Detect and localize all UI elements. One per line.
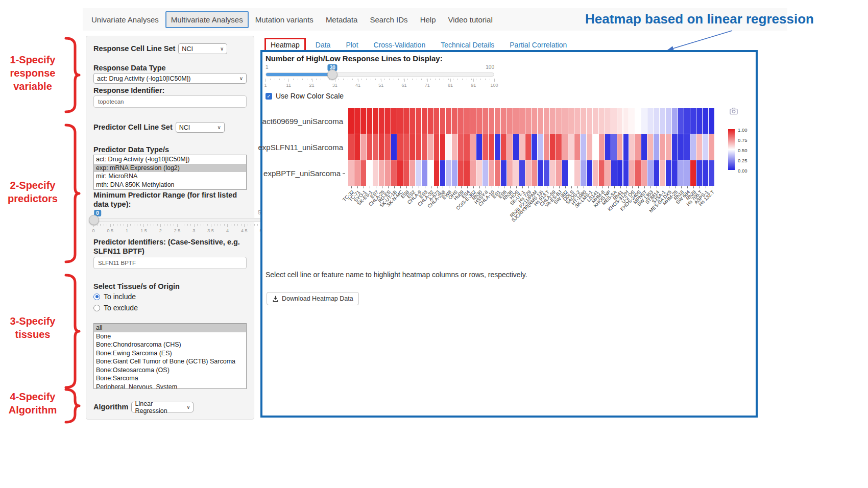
tab-plot[interactable]: Plot: [340, 39, 364, 51]
heatmap-cell: [385, 108, 391, 134]
tissue-origin-label: Select Tissue/s of Origin: [93, 282, 247, 290]
checkbox-checked-icon[interactable]: ✓: [266, 93, 272, 100]
download-button-label: Download Heatmap Data: [282, 295, 353, 302]
row-color-scale-checkbox[interactable]: ✓ Use Row Color Scale: [266, 92, 344, 100]
heatmap-cell: [647, 108, 653, 134]
algorithm-select[interactable]: Linear Regression∨: [131, 402, 194, 412]
heatmap-cell: [532, 160, 537, 186]
radio-selected-icon[interactable]: [93, 294, 100, 300]
tab-cross-validation[interactable]: Cross-Validation: [368, 39, 431, 51]
heatmap-x-tick: [400, 186, 401, 188]
slider-track[interactable]: [93, 218, 261, 222]
lines-slider[interactable]: 1 100 30 1112131415161718191100: [266, 64, 494, 91]
slider-major-tick: [110, 224, 111, 227]
response-cell-line-set-select[interactable]: NCI∨: [178, 43, 227, 54]
slider-minor-tick: [467, 79, 467, 80]
tissue-exclude-radio[interactable]: To exclude: [93, 304, 247, 312]
heatmap-x-tick: [376, 186, 376, 188]
tab-partial-correlation[interactable]: Partial Correlation: [504, 39, 572, 51]
slider-minor-tick: [476, 79, 476, 80]
heatmap-row-label-expbptf-unisarcoma[interactable]: expBPTF_uniSarcoma: [263, 160, 345, 186]
heatmap-cell: [544, 134, 549, 160]
heatmap-cell: [452, 108, 457, 134]
heatmap-cell: [360, 134, 366, 160]
slider-minor-tick: [137, 224, 137, 226]
option-mir-microrna[interactable]: mir: MicroRNA: [94, 172, 246, 181]
nav-item-univariate-analyses[interactable]: Univariate Analyses: [86, 11, 164, 28]
heatmap-cell: [641, 160, 647, 186]
heatmap-x-tick: [461, 186, 462, 188]
nav-item-metadata[interactable]: Metadata: [320, 11, 364, 28]
slider-minor-tick: [214, 224, 214, 226]
row-color-scale-label: Use Row Color Scale: [276, 92, 344, 100]
step-label-4: 4-Specify Algorithm: [3, 390, 62, 417]
slider-minor-tick: [257, 224, 258, 226]
heatmap-cell: [703, 160, 708, 186]
predictor-cell-line-set-select[interactable]: NCI∨: [176, 122, 225, 133]
slider-major-tick: [288, 79, 289, 82]
heatmap-cell: [605, 108, 611, 134]
heatmap-cell: [709, 134, 714, 160]
heatmap-cell: [483, 108, 488, 134]
slider-minor-tick: [435, 79, 436, 80]
heatmap-cell: [654, 108, 659, 134]
tissue-option-bone-giant-cell-tumor-of-bone-gctb-sarcoma[interactable]: Bone:Giant Cell Tumor of Bone (GCTB) Sar…: [94, 357, 246, 366]
option-exp-mrna-expression-log2[interactable]: exp: mRNA Expression (log2): [94, 164, 246, 173]
nav-item-help[interactable]: Help: [415, 11, 442, 28]
slider-major-tick: [177, 224, 178, 227]
heatmap-cell: [403, 108, 409, 134]
heatmap-cell: [403, 134, 409, 160]
heatmap-row-label-act609699-unisarcoma[interactable]: act609699_uniSarcoma: [263, 108, 345, 134]
chevron-down-icon: ∨: [186, 404, 190, 410]
heatmap-cell: [544, 108, 549, 134]
heatmap-plot[interactable]: TC-32TC-71SYO-1SK-ES-1ES7CHLA-25RD-ESSK-…: [348, 108, 715, 186]
heatmap-row-label-expslfn11-unisarcoma[interactable]: expSLFN11_uniSarcoma: [263, 134, 345, 160]
slider-minor-tick: [485, 79, 486, 80]
heatmap-cell: [367, 134, 372, 160]
option-act-drug-activity-log10-ic50m[interactable]: act: Drug Activity (-log10[IC50M]): [94, 155, 246, 164]
heatmap-cell: [507, 108, 513, 134]
tissue-listbox[interactable]: allBoneBone:Chondrosarcoma (CHS)Bone:Ewi…: [93, 323, 247, 389]
annotation-heading: Heatmap based on linear regression: [585, 11, 814, 27]
slider-grid-label: 11: [286, 83, 291, 88]
heatmap-x-tick: [449, 186, 449, 188]
slider-minor-tick: [134, 224, 134, 226]
slider-minor-tick: [197, 224, 198, 226]
slider-track[interactable]: [266, 72, 494, 77]
option-mth-dna-850k-methylation[interactable]: mth: DNA 850K Methylation: [94, 181, 246, 189]
heatmap-x-tick: [608, 186, 609, 188]
nav-item-search-ids[interactable]: Search IDs: [364, 11, 413, 28]
response-identifier-input[interactable]: [93, 95, 247, 108]
heatmap-x-tick: [712, 186, 712, 188]
algorithm-label: Algorithm: [93, 403, 128, 411]
tab-data[interactable]: Data: [310, 39, 336, 51]
min-predictor-range-slider[interactable]: 0 5 00.511.522.533.544.55: [93, 210, 261, 234]
predictor-data-type-listbox[interactable]: act: Drug Activity (-log10[IC50M])exp: m…: [93, 155, 247, 190]
slider-handle[interactable]: [89, 215, 99, 225]
slider-handle[interactable]: [327, 69, 337, 80]
download-heatmap-data-button[interactable]: Download Heatmap Data: [267, 292, 359, 305]
heatmap-cell: [562, 134, 568, 160]
response-data-type-select[interactable]: act: Drug Activity (-log10[IC50M]) ∨: [93, 73, 247, 84]
nav-item-multivariate-analyses[interactable]: Multivariate Analyses: [165, 11, 249, 28]
heatmap-cell: [458, 134, 464, 160]
tissue-option-bone-ewing-sarcoma-es[interactable]: Bone:Ewing Sarcoma (ES): [94, 349, 246, 358]
heatmap-cell: [556, 134, 562, 160]
tab-technical-details[interactable]: Technical Details: [435, 39, 500, 51]
tissue-option-bone-sarcoma[interactable]: Bone:Sarcoma: [94, 374, 246, 383]
tissue-include-radio[interactable]: To include: [93, 292, 247, 301]
tissue-option-peripheral-nervous-system[interactable]: Peripheral_Nervous_System: [94, 383, 246, 389]
heatmap-cell: [354, 160, 360, 186]
heatmap-cell: [495, 108, 500, 134]
nav-item-video-tutorial[interactable]: Video tutorial: [442, 11, 498, 28]
slider-minor-tick: [426, 79, 426, 80]
camera-icon[interactable]: [730, 107, 738, 115]
predictor-identifiers-input[interactable]: [93, 257, 247, 269]
radio-unselected-icon[interactable]: [93, 305, 100, 311]
tissue-option-bone-chondrosarcoma-chs[interactable]: Bone:Chondrosarcoma (CHS): [94, 340, 246, 349]
heatmap-x-tick: [614, 186, 615, 188]
tissue-option-bone-osteosarcoma-os[interactable]: Bone:Osteosarcoma (OS): [94, 366, 246, 375]
nav-item-mutation-variants[interactable]: Mutation variants: [250, 11, 319, 28]
tissue-option-bone[interactable]: Bone: [94, 332, 246, 341]
tissue-option-all[interactable]: all: [94, 324, 246, 332]
